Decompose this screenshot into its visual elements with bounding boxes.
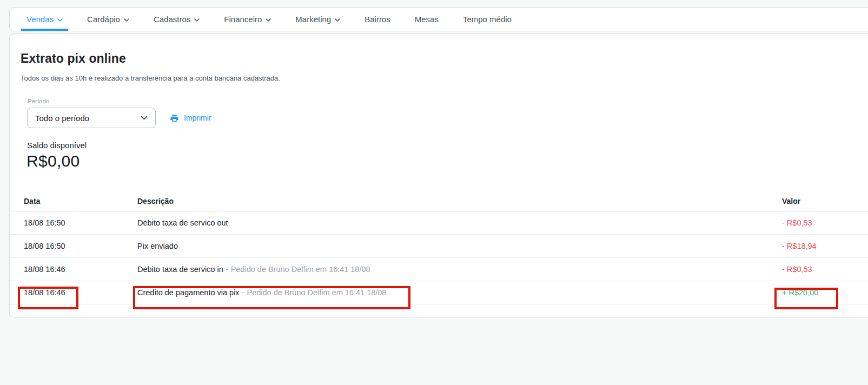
transactions-table: Data Descrição Valor 18/08 16:50 Debito … bbox=[10, 191, 868, 304]
transaction-date: 18/08 16:50 bbox=[24, 218, 137, 227]
table-row[interactable]: 18/08 16:50 Debito taxa de servico out -… bbox=[10, 211, 868, 235]
transaction-description-main: Credito de pagamento via pix bbox=[137, 288, 240, 297]
tab-label: Vendas bbox=[26, 15, 54, 24]
tab-label: Tempo médio bbox=[463, 15, 512, 24]
table-header-row: Data Descrição Valor bbox=[10, 191, 868, 211]
transaction-description: Pix enviado bbox=[137, 242, 782, 250]
transaction-description-main: Pix enviado bbox=[137, 242, 178, 250]
tab-marketing[interactable]: Marketing bbox=[290, 8, 346, 31]
transaction-value: - R$18,94 bbox=[782, 242, 868, 250]
tab-label: Mesas bbox=[415, 15, 439, 24]
transaction-value: - R$0,53 bbox=[782, 218, 868, 227]
chevron-down-icon bbox=[266, 18, 271, 22]
transaction-description: Debito taxa de servico in- Pedido de Bru… bbox=[137, 265, 782, 274]
tab-vendas[interactable]: Vendas bbox=[21, 8, 68, 31]
table-row[interactable]: 18/08 16:46 Credito de pagamento via pix… bbox=[10, 281, 868, 304]
balance-value: R$0,00 bbox=[26, 152, 80, 170]
tab-mesas[interactable]: Mesas bbox=[409, 8, 444, 31]
period-select[interactable]: Todo o período bbox=[27, 108, 156, 128]
transaction-description: Credito de pagamento via pix- Pedido de … bbox=[137, 288, 782, 297]
transaction-description: Debito taxa de servico out bbox=[137, 218, 782, 227]
tab-bairros[interactable]: Bairros bbox=[359, 8, 396, 31]
print-button[interactable]: Imprimir bbox=[170, 111, 211, 124]
period-select-value: Todo o período bbox=[35, 114, 89, 123]
balance-label: Saldo disponível bbox=[27, 141, 87, 150]
nav-tabs: Vendas Cardápio Cadastros Financeiro Mar… bbox=[10, 8, 868, 31]
printer-icon bbox=[170, 114, 179, 123]
table-body: 18/08 16:50 Debito taxa de servico out -… bbox=[10, 211, 868, 304]
tab-financeiro[interactable]: Financeiro bbox=[218, 8, 276, 31]
transaction-date: 18/08 16:46 bbox=[24, 265, 137, 274]
table-row[interactable]: 18/08 16:46 Debito taxa de servico in- P… bbox=[10, 258, 868, 281]
tab-cardapio[interactable]: Cardápio bbox=[82, 8, 135, 31]
print-button-label: Imprimir bbox=[184, 114, 211, 122]
top-navigation: Vendas Cardápio Cadastros Financeiro Mar… bbox=[9, 7, 868, 31]
transaction-value: - R$0,53 bbox=[782, 265, 868, 274]
transaction-description-main: Debito taxa de servico in bbox=[137, 265, 223, 274]
table-row[interactable]: 18/08 16:50 Pix enviado - R$18,94 bbox=[10, 235, 868, 258]
tab-cadastros[interactable]: Cadastros bbox=[148, 8, 205, 31]
chevron-down-icon bbox=[194, 18, 200, 22]
transaction-description-main: Debito taxa de servico out bbox=[137, 218, 228, 227]
transaction-description-note: - Pedido de Bruno Delfim em 16:41 18/08 bbox=[226, 265, 370, 274]
tab-tempo-medio[interactable]: Tempo médio bbox=[458, 8, 517, 31]
column-header-data: Data bbox=[24, 197, 137, 205]
extrato-pix-card: Extrato pix online Todos os dias às 10h … bbox=[9, 34, 868, 317]
transaction-value: + R$20,00 bbox=[782, 288, 868, 297]
tab-label: Bairros bbox=[365, 15, 390, 24]
period-label: Período bbox=[28, 98, 49, 104]
page-subtitle: Todos os dias às 10h é realizado a trans… bbox=[21, 74, 280, 82]
chevron-down-icon bbox=[141, 116, 148, 120]
chevron-down-icon bbox=[335, 18, 340, 22]
page-title: Extrato pix online bbox=[21, 51, 126, 66]
column-header-descricao: Descrição bbox=[137, 197, 782, 205]
chevron-down-icon bbox=[57, 18, 63, 22]
tab-label: Financeiro bbox=[224, 15, 262, 24]
tab-label: Cadastros bbox=[154, 15, 190, 24]
tab-label: Cardápio bbox=[87, 15, 120, 24]
tab-label: Marketing bbox=[295, 15, 331, 24]
transaction-description-note: - Pedido de Bruno Delfim em 16:41 18/08 bbox=[242, 288, 387, 297]
column-header-valor: Valor bbox=[782, 197, 868, 205]
transaction-date: 18/08 16:50 bbox=[24, 242, 137, 250]
transaction-date: 18/08 16:46 bbox=[24, 288, 137, 297]
chevron-down-icon bbox=[124, 18, 129, 22]
